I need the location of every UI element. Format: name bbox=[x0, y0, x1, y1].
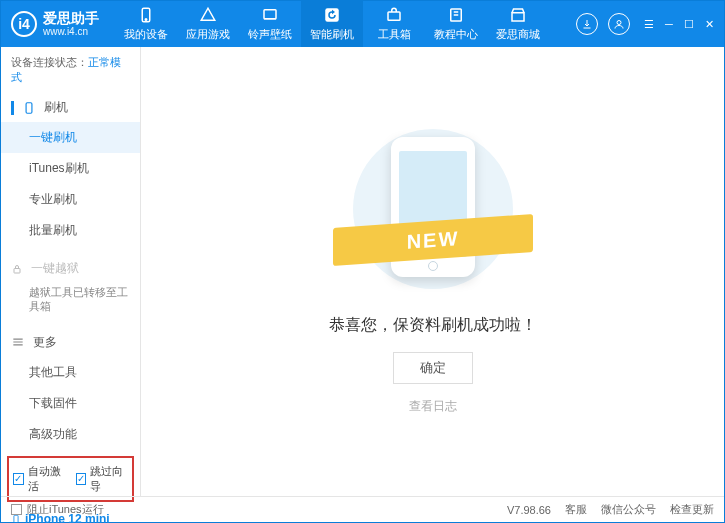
maximize-button[interactable]: ☐ bbox=[682, 17, 696, 31]
brand-url: www.i4.cn bbox=[43, 26, 99, 37]
title-bar: i4 爱思助手 www.i4.cn 我的设备 应用游戏 铃声壁纸 智能刷机 bbox=[1, 1, 724, 47]
main-content: NEW 恭喜您，保资料刷机成功啦！ 确定 查看日志 bbox=[141, 47, 724, 496]
view-log-link[interactable]: 查看日志 bbox=[409, 398, 457, 415]
sidebar-header-flash: 刷机 bbox=[1, 93, 140, 122]
list-icon bbox=[11, 335, 25, 349]
block-itunes-label: 阻止iTunes运行 bbox=[27, 502, 104, 517]
jailbreak-note: 越狱工具已转移至工具箱 bbox=[1, 283, 140, 320]
checkbox-skip-guide[interactable]: ✓ 跳过向导 bbox=[76, 464, 129, 494]
nav-apps-games[interactable]: 应用游戏 bbox=[177, 1, 239, 47]
menu-button[interactable]: ☰ bbox=[642, 17, 656, 31]
book-icon bbox=[447, 6, 465, 24]
refresh-icon bbox=[323, 6, 341, 24]
logo-icon: i4 bbox=[11, 11, 37, 37]
nav-tutorials[interactable]: 教程中心 bbox=[425, 1, 487, 47]
svg-rect-4 bbox=[388, 12, 400, 20]
sidebar-item-pro[interactable]: 专业刷机 bbox=[1, 184, 140, 215]
nav-toolbox[interactable]: 工具箱 bbox=[363, 1, 425, 47]
success-message: 恭喜您，保资料刷机成功啦！ bbox=[329, 315, 537, 336]
sidebar-item-batch[interactable]: 批量刷机 bbox=[1, 215, 140, 246]
check-icon: ✓ bbox=[76, 473, 87, 485]
app-window: i4 爱思助手 www.i4.cn 我的设备 应用游戏 铃声壁纸 智能刷机 bbox=[0, 0, 725, 523]
main-nav: 我的设备 应用游戏 铃声壁纸 智能刷机 工具箱 教程中心 bbox=[115, 1, 564, 47]
svg-rect-8 bbox=[26, 102, 32, 113]
phone-icon bbox=[137, 6, 155, 24]
minimize-button[interactable]: ─ bbox=[662, 17, 676, 31]
apps-icon bbox=[199, 6, 217, 24]
svg-rect-6 bbox=[512, 13, 524, 21]
nav-store[interactable]: 爱思商城 bbox=[487, 1, 549, 47]
sidebar-header-more: 更多 bbox=[1, 328, 140, 357]
connection-status: 设备连接状态：正常模式 bbox=[1, 47, 140, 93]
options-box: ✓ 自动激活 ✓ 跳过向导 bbox=[7, 456, 134, 502]
sidebar-item-download[interactable]: 下载固件 bbox=[1, 388, 140, 419]
nav-smart-flash[interactable]: 智能刷机 bbox=[301, 1, 363, 47]
lock-icon bbox=[11, 263, 23, 275]
check-icon: ✓ bbox=[13, 473, 24, 485]
close-button[interactable]: ✕ bbox=[702, 17, 716, 31]
confirm-button[interactable]: 确定 bbox=[393, 352, 473, 384]
status-bar: 阻止iTunes运行 V7.98.66 客服 微信公众号 检查更新 bbox=[1, 496, 724, 522]
svg-rect-2 bbox=[264, 10, 276, 19]
version-label: V7.98.66 bbox=[507, 504, 551, 516]
wechat-link[interactable]: 微信公众号 bbox=[601, 502, 656, 517]
customer-service-link[interactable]: 客服 bbox=[565, 502, 587, 517]
success-illustration: NEW bbox=[343, 129, 523, 289]
nav-my-device[interactable]: 我的设备 bbox=[115, 1, 177, 47]
checkbox-block-itunes[interactable] bbox=[11, 504, 22, 515]
brand: i4 爱思助手 www.i4.cn bbox=[1, 11, 115, 37]
check-update-link[interactable]: 检查更新 bbox=[670, 502, 714, 517]
window-controls: ☰ ─ ☐ ✕ bbox=[642, 17, 724, 31]
store-icon bbox=[509, 6, 527, 24]
sidebar-item-itunes[interactable]: iTunes刷机 bbox=[1, 153, 140, 184]
download-button[interactable] bbox=[576, 13, 598, 35]
toolbox-icon bbox=[385, 6, 403, 24]
sidebar-item-other[interactable]: 其他工具 bbox=[1, 357, 140, 388]
phone-small-icon bbox=[22, 101, 36, 115]
wallpaper-icon bbox=[261, 6, 279, 24]
brand-title: 爱思助手 bbox=[43, 11, 99, 26]
user-button[interactable] bbox=[608, 13, 630, 35]
svg-rect-9 bbox=[14, 268, 20, 273]
user-icon bbox=[613, 18, 625, 30]
sidebar-item-advanced[interactable]: 高级功能 bbox=[1, 419, 140, 450]
svg-point-1 bbox=[145, 19, 147, 21]
sidebar-header-jailbreak: 一键越狱 bbox=[1, 254, 140, 283]
sidebar: 设备连接状态：正常模式 刷机 一键刷机 iTunes刷机 专业刷机 批量刷机 一… bbox=[1, 47, 141, 496]
nav-ringtones[interactable]: 铃声壁纸 bbox=[239, 1, 301, 47]
download-icon bbox=[581, 18, 593, 30]
sidebar-item-oneclick[interactable]: 一键刷机 bbox=[1, 122, 140, 153]
svg-point-7 bbox=[617, 21, 621, 25]
checkbox-auto-activate[interactable]: ✓ 自动激活 bbox=[13, 464, 66, 494]
